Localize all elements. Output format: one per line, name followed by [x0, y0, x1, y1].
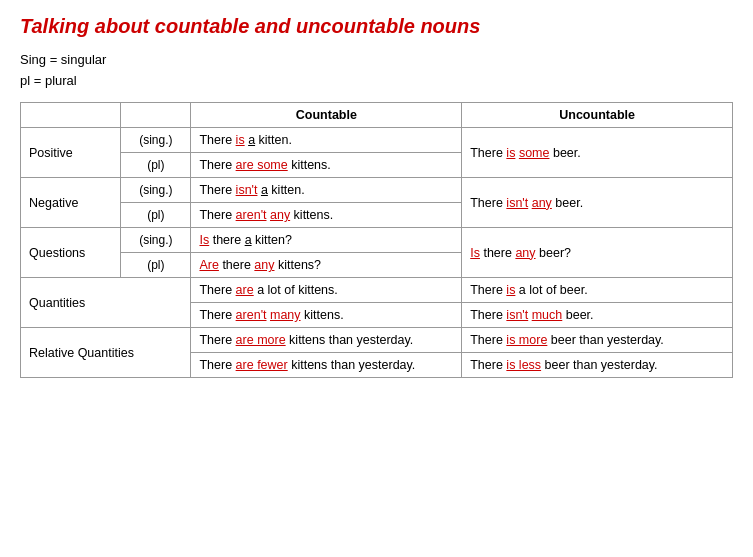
legend-plural: pl = plural: [20, 73, 733, 88]
countable-negative-sing: There isn't a kitten.: [191, 178, 462, 203]
category-quantities: Quantities: [21, 278, 191, 328]
header-empty-1: [21, 103, 121, 128]
sub-pl-neg: (pl): [121, 203, 191, 228]
uncountable-relative-1: There is more beer than yesterday.: [462, 328, 733, 353]
category-positive: Positive: [21, 128, 121, 178]
countable-positive-sing: There is a kitten.: [191, 128, 462, 153]
uncountable-negative: There isn't any beer.: [462, 178, 733, 228]
uncountable-relative-2: There is less beer than yesterday.: [462, 353, 733, 378]
header-countable: Countable: [191, 103, 462, 128]
sub-pl: (pl): [121, 153, 191, 178]
countable-relative-2: There are fewer kittens than yesterday.: [191, 353, 462, 378]
countable-quantities-2: There aren't many kittens.: [191, 303, 462, 328]
uncountable-positive: There is some beer.: [462, 128, 733, 178]
sub-sing: (sing.): [121, 128, 191, 153]
uncountable-questions: Is there any beer?: [462, 228, 733, 278]
category-negative: Negative: [21, 178, 121, 228]
uncountable-quantities-1: There is a lot of beer.: [462, 278, 733, 303]
table-row: Negative (sing.) There isn't a kitten. T…: [21, 178, 733, 203]
grammar-table: Countable Uncountable Positive (sing.) T…: [20, 102, 733, 378]
category-relative-quantities: Relative Quantities: [21, 328, 191, 378]
table-row: Questions (sing.) Is there a kitten? Is …: [21, 228, 733, 253]
table-row: Relative Quantities There are more kitte…: [21, 328, 733, 353]
table-row: Positive (sing.) There is a kitten. Ther…: [21, 128, 733, 153]
category-questions: Questions: [21, 228, 121, 278]
uncountable-quantities-2: There isn't much beer.: [462, 303, 733, 328]
countable-questions-pl: Are there any kittens?: [191, 253, 462, 278]
legend-singular: Sing = singular: [20, 52, 733, 67]
header-empty-2: [121, 103, 191, 128]
sub-sing-neg: (sing.): [121, 178, 191, 203]
countable-negative-pl: There aren't any kittens.: [191, 203, 462, 228]
countable-questions-sing: Is there a kitten?: [191, 228, 462, 253]
sub-pl-q: (pl): [121, 253, 191, 278]
header-uncountable: Uncountable: [462, 103, 733, 128]
page-title: Talking about countable and uncountable …: [20, 15, 733, 38]
countable-positive-pl: There are some kittens.: [191, 153, 462, 178]
table-row: Quantities There are a lot of kittens. T…: [21, 278, 733, 303]
countable-quantities-1: There are a lot of kittens.: [191, 278, 462, 303]
sub-sing-q: (sing.): [121, 228, 191, 253]
countable-relative-1: There are more kittens than yesterday.: [191, 328, 462, 353]
